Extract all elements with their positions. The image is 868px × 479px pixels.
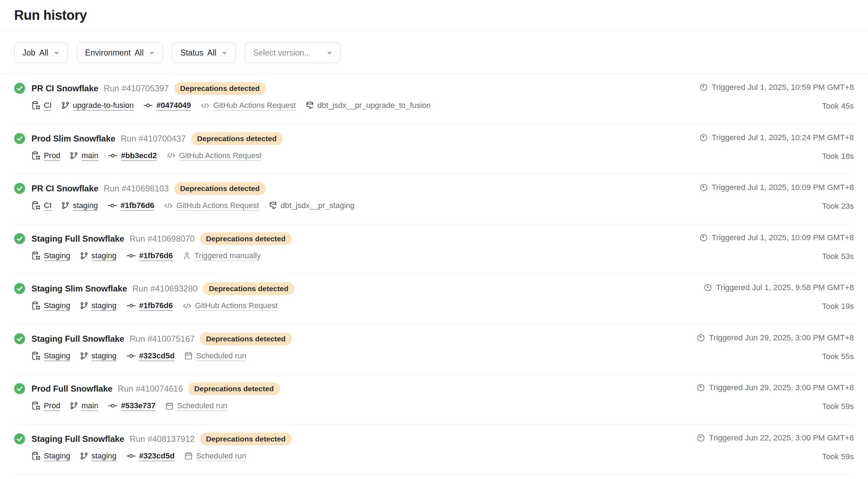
status-filter-value: All — [207, 48, 217, 58]
environment-icon — [31, 451, 41, 461]
branch-link[interactable]: main — [81, 151, 98, 160]
triggered-at: Triggered Jun 29, 2025, 3:00 PM GMT+8 — [709, 333, 854, 342]
environment-icon — [31, 351, 41, 360]
branch-link[interactable]: staging — [92, 251, 117, 260]
trigger-label[interactable]: Triggered manually — [194, 251, 261, 260]
triggered-at: Triggered Jul 1, 2025, 10:59 PM GMT+8 — [712, 83, 854, 92]
status-success-icon — [14, 233, 25, 244]
branch-link[interactable]: staging — [92, 301, 117, 310]
run-duration: Took 23s — [822, 202, 854, 211]
run-duration: Took 45s — [822, 102, 854, 111]
job-name-link[interactable]: Staging Slim Snowflake — [31, 284, 127, 294]
run-row[interactable]: Prod Slim Snowflake Run #410700437 Depre… — [14, 124, 854, 174]
environment-icon — [31, 301, 41, 310]
triggered-at: Triggered Jun 22, 2025, 3:00 PM GMT+8 — [709, 433, 854, 443]
run-number: Run #410705397 — [104, 83, 169, 93]
triggered-at: Triggered Jul 1, 2025, 10:24 PM GMT+8 — [712, 133, 854, 142]
version-filter-placeholder: Select version... — [253, 48, 311, 58]
environment-icon — [31, 101, 41, 110]
job-name-link[interactable]: PR CI Snowflake — [31, 184, 98, 194]
run-number: Run #410700437 — [121, 134, 186, 144]
environment-icon — [31, 201, 41, 210]
chevron-down-icon — [54, 50, 60, 56]
environment-link[interactable]: CI — [44, 201, 52, 210]
status-filter-dropdown[interactable]: Status All — [172, 42, 236, 63]
job-name-link[interactable]: Staging Full Snowflake — [31, 434, 124, 444]
environment-link[interactable]: Staging — [44, 251, 70, 260]
commit-link[interactable]: #1fb76d6 — [139, 251, 173, 260]
git-branch-icon — [70, 151, 78, 160]
git-commit-icon — [108, 401, 118, 411]
environment-icon — [31, 401, 41, 410]
git-commit-icon — [126, 251, 136, 261]
trigger-label[interactable]: Scheduled run — [177, 401, 227, 410]
git-branch-icon — [80, 452, 88, 460]
job-name-link[interactable]: Staging Full Snowflake — [31, 334, 124, 344]
commit-link[interactable]: #1fb76d6 — [121, 201, 154, 210]
git-branch-icon — [80, 252, 88, 260]
clock-icon — [699, 233, 708, 242]
job-name-link[interactable]: Prod Slim Snowflake — [31, 134, 115, 144]
deprecations-badge: Deprecations detected — [203, 282, 294, 295]
triggered-at: Triggered Jul 1, 2025, 10:09 PM GMT+8 — [712, 183, 854, 192]
clock-icon — [699, 133, 708, 142]
version-filter-dropdown[interactable]: Select version... — [245, 42, 341, 63]
job-name-link[interactable]: Prod Full Snowflake — [31, 384, 112, 394]
run-row[interactable]: Prod Full Snowflake Run #410074616 Depre… — [14, 374, 854, 425]
commit-link[interactable]: #0474049 — [156, 101, 191, 110]
trigger-label[interactable]: GitHub Actions Request — [176, 201, 259, 210]
trigger-label[interactable]: Scheduled run — [196, 451, 246, 461]
branch-link[interactable]: staging — [73, 201, 98, 210]
run-duration: Took 53s — [822, 252, 854, 261]
chevron-down-icon — [222, 50, 228, 56]
branch-link[interactable]: upgrade-to-fusion — [73, 101, 134, 110]
job-name-link[interactable]: Staging Full Snowflake — [31, 234, 124, 244]
git-branch-icon — [70, 402, 78, 410]
chevron-down-icon — [149, 50, 155, 56]
job-name-link[interactable]: PR CI Snowflake — [31, 83, 98, 93]
environment-link[interactable]: Staging — [44, 301, 70, 310]
page-title: Run history — [14, 8, 87, 23]
job-filter-dropdown[interactable]: Job All — [14, 42, 68, 63]
trigger-label[interactable]: GitHub Actions Request — [195, 301, 278, 310]
environment-link[interactable]: Prod — [44, 151, 60, 160]
run-row[interactable]: PR CI Snowflake Run #410698103 Deprecati… — [14, 174, 854, 224]
triggered-at: Triggered Jun 29, 2025, 3:00 PM GMT+8 — [709, 383, 854, 392]
clock-icon — [697, 334, 705, 342]
branch-link[interactable]: staging — [92, 451, 117, 461]
commit-link[interactable]: #323cd5d — [139, 451, 175, 461]
run-row[interactable]: Staging Full Snowflake Run #410075167 De… — [14, 324, 854, 375]
trigger-label[interactable]: Scheduled run — [196, 351, 246, 360]
run-number: Run #410698070 — [130, 234, 195, 244]
status-success-icon — [14, 183, 25, 194]
branch-link[interactable]: staging — [92, 351, 117, 360]
run-row[interactable]: Staging Full Snowflake Run #410698070 De… — [14, 224, 854, 275]
run-row[interactable]: PR CI Snowflake Run #410705397 Deprecati… — [14, 74, 854, 124]
environment-icon — [31, 251, 41, 260]
environment-link[interactable]: CI — [44, 101, 52, 110]
trigger-label[interactable]: GitHub Actions Request — [213, 101, 296, 110]
trigger-label[interactable]: GitHub Actions Request — [179, 151, 262, 160]
clock-icon — [699, 83, 708, 92]
job-filter-label: Job — [22, 48, 35, 58]
clock-icon — [697, 383, 705, 392]
environment-filter-dropdown[interactable]: Environment All — [77, 42, 163, 63]
clock-icon — [704, 283, 712, 292]
commit-link[interactable]: #1fb76d6 — [139, 301, 173, 310]
schema-name: dbt_jsdx__pr_staging — [281, 201, 354, 210]
page-header: Run history — [0, 0, 868, 31]
run-duration: Took 19s — [822, 302, 854, 311]
commit-link[interactable]: #533e737 — [121, 401, 156, 410]
environment-link[interactable]: Staging — [44, 351, 70, 360]
commit-link[interactable]: #bb3ecd2 — [121, 151, 157, 160]
branch-link[interactable]: main — [81, 401, 98, 410]
git-commit-icon — [126, 451, 136, 461]
git-branch-icon — [80, 352, 88, 360]
run-row[interactable]: Staging Slim Snowflake Run #410693280 De… — [14, 274, 854, 324]
schema-icon — [305, 101, 314, 110]
git-commit-icon — [107, 201, 117, 210]
run-row[interactable]: Staging Full Snowflake Run #408137912 De… — [14, 425, 854, 475]
environment-link[interactable]: Staging — [44, 451, 70, 461]
commit-link[interactable]: #323cd5d — [139, 351, 175, 360]
environment-link[interactable]: Prod — [44, 401, 60, 410]
